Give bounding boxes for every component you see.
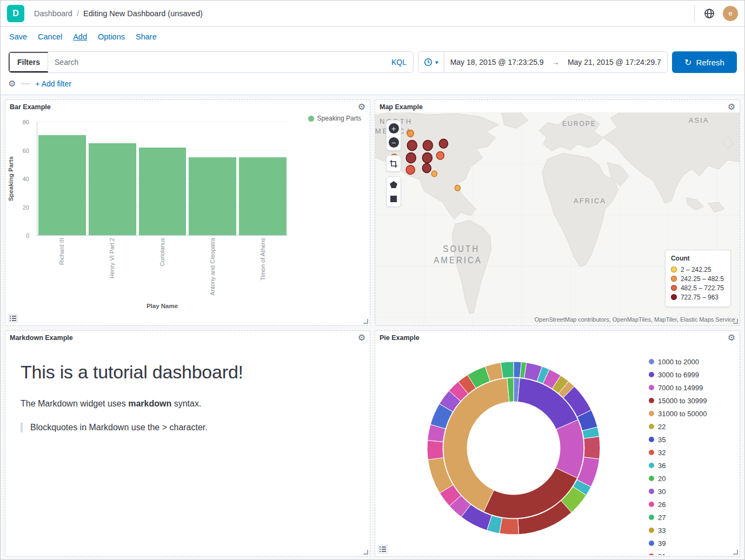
rectangle-tool-button[interactable]	[389, 194, 399, 204]
zoom-in-button[interactable]: +	[389, 123, 399, 134]
bar-segment[interactable]	[239, 157, 287, 235]
pie-legend-label: 31000 to 50000	[658, 410, 707, 418]
pie-legend-item[interactable]: 27	[649, 511, 734, 524]
pie-legend-label: 27	[658, 514, 666, 522]
pie-legend-label: 33	[658, 526, 666, 535]
pie-outer-slice[interactable]	[427, 441, 443, 460]
map-marker[interactable]	[422, 164, 431, 173]
x-tick-label: Richard III	[58, 238, 65, 265]
bar-segment[interactable]	[139, 148, 187, 235]
filter-settings-gear-icon[interactable]: ⚙	[8, 79, 16, 88]
breadcrumb-dashboard[interactable]: Dashboard	[34, 9, 72, 18]
pie-legend-label: 15000 to 30999	[658, 397, 707, 405]
map-marker[interactable]	[436, 151, 444, 159]
markdown-blockquote: Blockquotes in Markdown use the > charac…	[21, 423, 355, 432]
map-marker[interactable]	[422, 153, 432, 163]
kql-badge[interactable]: KQL	[385, 58, 413, 66]
pie-donut[interactable]	[422, 356, 606, 540]
add-filter-link[interactable]: + Add filter	[35, 79, 71, 88]
bar-segment[interactable]	[189, 157, 236, 235]
pie-legend-item[interactable]: 15000 to 30999	[649, 394, 734, 407]
pie-legend-dot	[649, 359, 654, 364]
menu-item-share[interactable]: Share	[136, 32, 157, 41]
map-marker[interactable]	[439, 139, 448, 148]
y-axis-title: Speaking Parts	[6, 122, 15, 236]
pie-legend-item[interactable]: 3000 to 6999	[649, 368, 734, 381]
pie-legend-label: 20	[658, 475, 666, 483]
panel-gear-icon-bar[interactable]: ⚙	[358, 103, 365, 111]
map-marker[interactable]	[455, 185, 460, 191]
panel-title-pie: Pie Example	[380, 334, 420, 342]
header-actions: e	[694, 5, 738, 22]
pie-legend-item[interactable]: 1000 to 2000	[649, 355, 734, 368]
map-marker[interactable]	[431, 171, 437, 177]
y-tick-label: 20	[23, 204, 29, 211]
x-tick-label: Henry VI Part 2	[109, 238, 115, 278]
crop-tool-button[interactable]	[389, 158, 399, 169]
pie-legend-item[interactable]: 39	[649, 537, 734, 550]
help-icon[interactable]	[703, 8, 715, 19]
pie-legend-item[interactable]: 7000 to 14999	[649, 381, 734, 394]
resize-handle[interactable]	[363, 550, 368, 555]
pie-legend-label: 30	[658, 488, 666, 496]
search-input[interactable]	[48, 58, 385, 66]
map-attribution: OpenStreetMap contributors, OpenMapTiles…	[534, 316, 735, 323]
legend-toggle-button[interactable]	[377, 544, 388, 554]
map-marker[interactable]	[423, 140, 433, 150]
refresh-button[interactable]: ↻ Refresh	[672, 51, 737, 73]
bar-segment[interactable]	[38, 135, 86, 235]
pie-legend-item[interactable]: 36	[649, 459, 734, 472]
kibana-logo[interactable]: D	[7, 5, 24, 22]
pie-legend-item[interactable]: 33	[649, 524, 734, 537]
polygon-tool-button[interactable]	[389, 179, 399, 190]
menu-bar: SaveCancelAddOptionsShare	[1, 26, 744, 47]
quick-select-button[interactable]: ▾	[418, 52, 444, 72]
pie-legend-dot	[649, 398, 654, 403]
resize-handle[interactable]	[733, 319, 738, 324]
bar-segment[interactable]	[89, 143, 136, 235]
pie-inner-slice[interactable]	[556, 420, 584, 478]
menu-item-add[interactable]: Add	[73, 32, 87, 41]
menu-item-options[interactable]: Options	[98, 32, 125, 41]
pie-legend-dot	[649, 515, 654, 520]
refresh-label: Refresh	[696, 58, 724, 67]
legend-toggle-button[interactable]	[8, 314, 18, 323]
pie-legend-item[interactable]: 20	[649, 472, 734, 485]
resize-handle[interactable]	[363, 319, 368, 324]
panel-gear-icon-map[interactable]: ⚙	[728, 103, 735, 111]
pie-legend-item[interactable]: 32	[649, 446, 734, 459]
map-marker[interactable]	[406, 165, 415, 175]
pie-legend-item[interactable]: 35	[649, 433, 734, 446]
y-tick-label: 0	[26, 232, 29, 239]
x-tick-label: Timon of Athens	[260, 238, 266, 281]
pie-legend-item[interactable]: 31000 to 50000	[649, 407, 734, 420]
pie-outer-slice[interactable]	[584, 437, 600, 459]
map-legend-dot	[671, 294, 677, 300]
user-avatar[interactable]: e	[723, 6, 738, 21]
label-south-america: SOUTH	[443, 244, 480, 254]
zoom-in-icon: +	[389, 123, 399, 134]
panel-gear-icon-markdown[interactable]: ⚙	[358, 334, 365, 342]
menu-item-save[interactable]: Save	[9, 32, 27, 41]
panel-gear-icon-pie[interactable]: ⚙	[728, 334, 735, 342]
date-to[interactable]: May 21, 2015 @ 17:24:29.7	[562, 58, 667, 66]
pie-outer-slice[interactable]	[500, 518, 519, 535]
world-map[interactable]: NORTH AMERICA EUROPE ASIA AFRICA SOUTH A…	[375, 112, 740, 325]
resize-handle[interactable]	[733, 550, 738, 555]
refresh-icon: ↻	[684, 57, 691, 68]
list-icon	[10, 316, 16, 321]
filters-button[interactable]: Filters	[9, 52, 48, 72]
pie-legend-item[interactable]: 31	[649, 550, 734, 555]
bar-legend[interactable]: Speaking Parts	[308, 115, 361, 122]
pie-outer-slice[interactable]	[501, 362, 514, 378]
pie-legend-item[interactable]: 30	[649, 485, 734, 498]
zoom-out-button[interactable]: −	[389, 137, 399, 148]
pie-legend-item[interactable]: 26	[649, 498, 734, 511]
pie-legend-item[interactable]: 22	[649, 420, 734, 433]
map-marker[interactable]	[407, 130, 414, 137]
map-marker[interactable]	[407, 140, 417, 150]
map-legend-title: Count	[671, 255, 724, 262]
menu-item-cancel[interactable]: Cancel	[38, 32, 62, 41]
map-marker[interactable]	[406, 153, 416, 163]
date-from[interactable]: May 18, 2015 @ 17:23:25.9	[444, 58, 550, 66]
